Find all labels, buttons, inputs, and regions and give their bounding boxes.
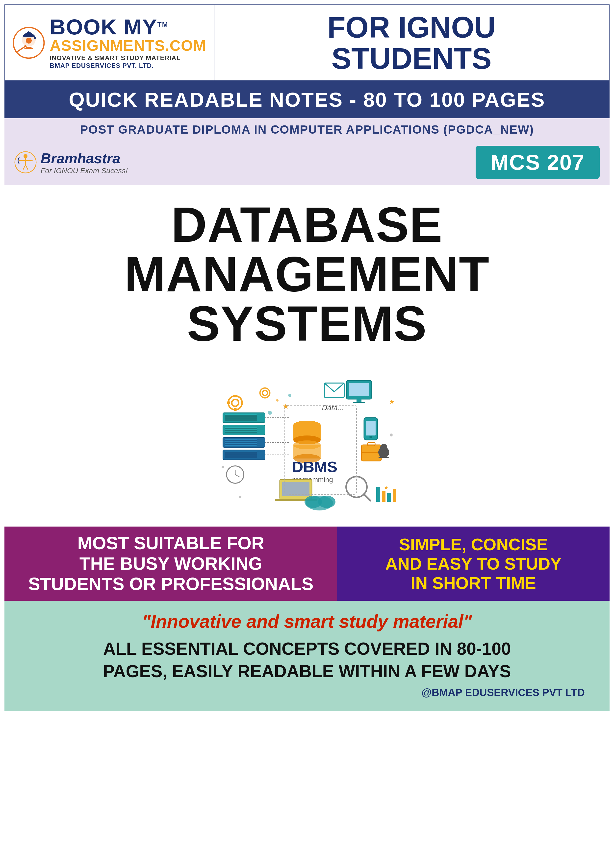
svg-rect-54 <box>241 401 243 404</box>
svg-point-69 <box>380 444 387 451</box>
course-section: Bramhastra For IGNOU Exam Sucess! MCS 20… <box>5 141 609 185</box>
svg-text:Data...: Data... <box>322 403 344 412</box>
svg-point-93 <box>239 496 241 498</box>
svg-point-88 <box>268 411 272 415</box>
innovative-quote: "Innovative and smart study material" <box>19 611 595 633</box>
book-my-text: BOOK MYTM <box>50 16 206 38</box>
header-section: BOOK MYTM ASSIGNMENTS.COM INOVATIVE & SM… <box>5 5 609 81</box>
assignments-text: ASSIGNMENTS.COM <box>50 38 206 53</box>
svg-point-55 <box>260 388 270 398</box>
mcs-badge: MCS 207 <box>476 146 600 179</box>
svg-point-50 <box>232 399 239 406</box>
svg-rect-35 <box>225 456 257 458</box>
for-ignou-section: FOR IGNOUSTUDENTS <box>215 5 609 81</box>
svg-rect-78 <box>376 487 380 502</box>
svg-rect-61 <box>353 402 365 403</box>
svg-rect-20 <box>225 419 257 421</box>
svg-rect-33 <box>225 452 257 454</box>
svg-text:★: ★ <box>282 402 289 411</box>
svg-rect-18 <box>225 415 257 417</box>
illustration-section: DBMS programming Data... <box>5 358 609 527</box>
svg-point-49 <box>228 396 242 410</box>
simple-concise-section: SIMPLE, CONCISE AND EASY TO STUDY IN SHO… <box>337 527 609 601</box>
svg-rect-23 <box>225 428 257 429</box>
svg-rect-30 <box>225 444 257 445</box>
company-text: BMAP EDUSERVICES PVT. LTD. <box>50 62 206 70</box>
svg-text:DBMS: DBMS <box>292 458 337 475</box>
svg-text:★: ★ <box>389 398 395 406</box>
for-ignou-text: FOR IGNOUSTUDENTS <box>327 12 496 74</box>
svg-point-90 <box>288 394 291 397</box>
svg-marker-3 <box>24 31 34 35</box>
concepts-text: ALL ESSENTIAL CONCEPTS COVERED IN 80-100… <box>19 638 595 683</box>
svg-rect-59 <box>349 383 369 396</box>
svg-point-6 <box>26 37 32 43</box>
pgdca-banner: POST GRADUATE DIPLOMA IN COMPUTER APPLIC… <box>5 118 609 141</box>
pgdca-text: POST GRADUATE DIPLOMA IN COMPUTER APPLIC… <box>80 123 534 136</box>
most-suitable-text: MOST SUITABLE FOR THE BUSY WORKING STUDE… <box>28 533 314 594</box>
tagline-text: INOVATIVE & SMART STUDY MATERIAL <box>50 54 206 62</box>
logo-icon <box>12 27 45 59</box>
bottom-section: MOST SUITABLE FOR THE BUSY WORKING STUDE… <box>5 527 609 601</box>
svg-point-9 <box>23 154 28 158</box>
svg-point-5 <box>34 37 36 39</box>
bramhastra-sub: For IGNOU Exam Sucess! <box>40 166 128 175</box>
svg-point-92 <box>222 466 224 468</box>
innovative-section: "Innovative and smart study material" AL… <box>5 601 609 711</box>
svg-rect-34 <box>225 454 257 456</box>
svg-rect-65 <box>361 445 381 461</box>
svg-rect-19 <box>225 417 257 418</box>
bramhastra-text: Bramhastra For IGNOU Exam Sucess! <box>40 150 128 175</box>
svg-point-56 <box>263 391 267 395</box>
svg-point-89 <box>276 399 278 401</box>
main-title: DATABASE MANAGEMENT SYSTEMS <box>14 200 600 349</box>
svg-rect-63 <box>366 421 376 436</box>
quick-notes-text: QUICK READABLE NOTES - 80 TO 100 PAGES <box>69 88 545 111</box>
svg-rect-79 <box>382 491 385 502</box>
svg-rect-81 <box>393 489 396 502</box>
bramhastra-icon <box>14 151 37 174</box>
svg-rect-51 <box>234 395 237 397</box>
svg-marker-13 <box>31 160 33 161</box>
logo-text-block: BOOK MYTM ASSIGNMENTS.COM INOVATIVE & SM… <box>50 16 206 70</box>
bramhastra-logo: Bramhastra For IGNOU Exam Sucess! <box>14 150 128 175</box>
most-suitable-section: MOST SUITABLE FOR THE BUSY WORKING STUDE… <box>5 527 337 601</box>
footer-brand: @BMAP EDUSERVICES PVT LTD <box>19 687 585 699</box>
svg-rect-24 <box>225 429 257 431</box>
simple-concise-text: SIMPLE, CONCISE AND EASY TO STUDY IN SHO… <box>385 535 561 593</box>
svg-line-72 <box>235 474 239 477</box>
svg-rect-52 <box>234 408 237 411</box>
bramhastra-name: Bramhastra <box>40 150 128 166</box>
svg-rect-80 <box>387 493 391 502</box>
svg-point-91 <box>390 434 393 437</box>
title-section: DATABASE MANAGEMENT SYSTEMS <box>5 185 609 358</box>
svg-point-84 <box>318 496 336 508</box>
quick-notes-banner: QUICK READABLE NOTES - 80 TO 100 PAGES <box>5 81 609 118</box>
svg-line-14 <box>23 165 25 170</box>
svg-text:★: ★ <box>384 485 389 491</box>
svg-rect-28 <box>225 440 257 442</box>
logo-area: BOOK MYTM ASSIGNMENTS.COM INOVATIVE & SM… <box>5 5 215 81</box>
svg-line-15 <box>25 165 28 170</box>
svg-rect-29 <box>225 442 257 443</box>
svg-rect-25 <box>225 431 257 433</box>
svg-point-64 <box>369 436 372 438</box>
svg-rect-2 <box>23 35 34 37</box>
dbms-illustration: DBMS programming Data... <box>215 368 399 512</box>
svg-line-77 <box>364 494 370 501</box>
svg-rect-53 <box>227 401 230 404</box>
